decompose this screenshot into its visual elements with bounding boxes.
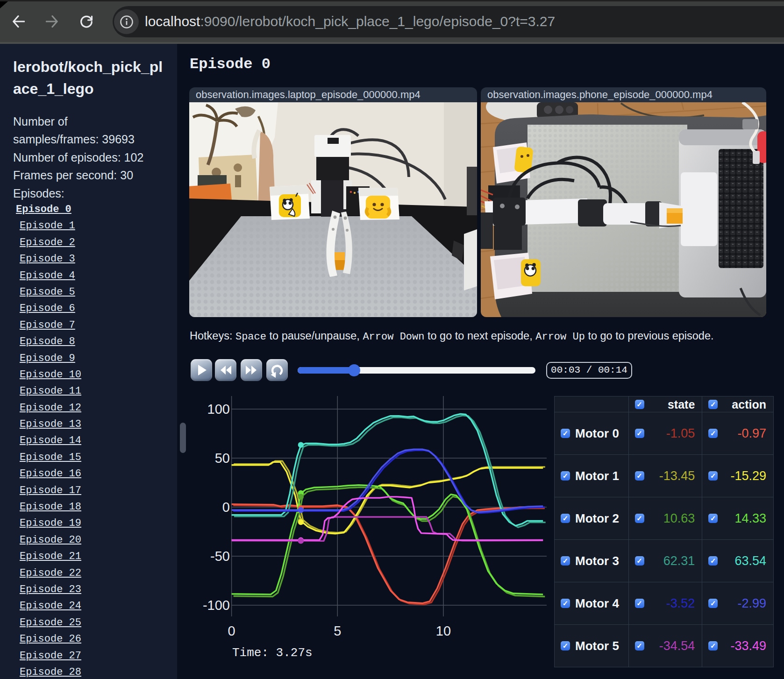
svg-text:0: 0 [222, 500, 230, 515]
svg-text:-100: -100 [203, 598, 230, 613]
svg-text:0: 0 [228, 623, 235, 638]
svg-text:5: 5 [334, 623, 341, 638]
svg-text:-50: -50 [210, 549, 230, 564]
svg-text:10: 10 [436, 623, 451, 638]
svg-text:100: 100 [207, 402, 230, 417]
svg-text:50: 50 [215, 451, 230, 466]
